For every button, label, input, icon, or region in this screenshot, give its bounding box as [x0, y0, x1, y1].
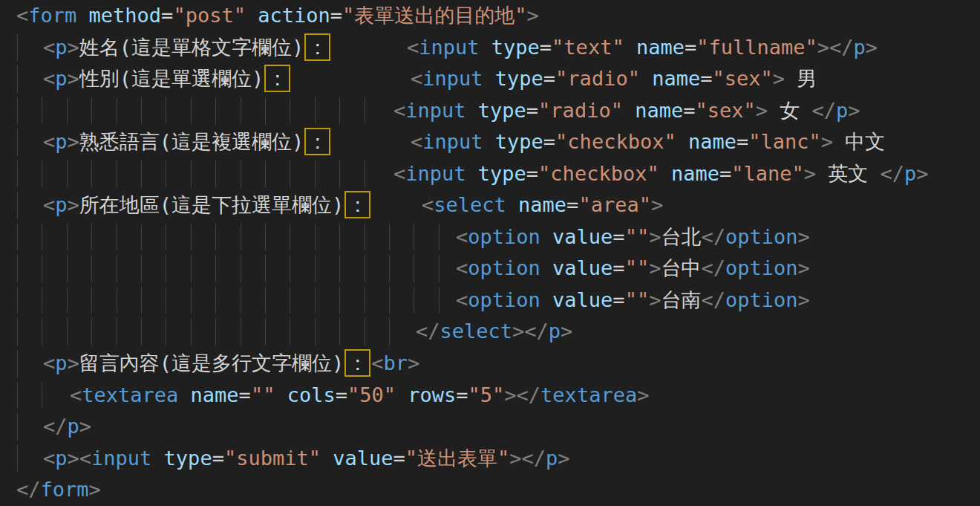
- code-token-punctuation: <: [43, 130, 55, 153]
- code-token-text: 所在地區(這是下拉選單欄位): [79, 193, 344, 216]
- code-token-punctuation: >: [651, 193, 663, 216]
- indent-guide: [166, 160, 166, 188]
- indent-guide: [265, 224, 266, 251]
- indent-guide: [191, 97, 192, 125]
- code-token-string: "表單送出的目的地": [342, 4, 527, 27]
- indent-guide: [315, 255, 316, 282]
- indent-guide: [339, 224, 340, 251]
- code-token-punctuation: </: [701, 225, 725, 248]
- code-line[interactable]: <input type="checkbox" name="lane"> 英文 <…: [0, 158, 980, 190]
- indent-guide: [17, 382, 18, 409]
- indent-guide: [141, 97, 142, 125]
- indent-guide: [141, 255, 142, 282]
- code-token-text: [640, 67, 652, 90]
- indent-guide: [315, 160, 316, 188]
- code-segment: <form method="post" action="表單送出的目的地">: [16, 0, 539, 32]
- code-token-tag: p: [904, 162, 916, 185]
- code-token-punctuation: >: [756, 99, 768, 122]
- code-token-text: [676, 130, 688, 153]
- indent-guide: [315, 287, 316, 314]
- code-line[interactable]: <p>所在地區(這是下拉選單欄位)：<select name="area">: [0, 189, 980, 221]
- indent-guide: [67, 224, 68, 251]
- code-token-attribute: value: [552, 288, 612, 311]
- code-token-punctuation: <: [371, 351, 383, 374]
- code-token-equals: =: [543, 67, 555, 90]
- code-token-string: "checkbox": [538, 162, 659, 185]
- code-token-text: [540, 288, 552, 311]
- code-token-punctuation: </: [524, 320, 549, 343]
- indent-guide: [290, 97, 290, 125]
- code-line[interactable]: <p>姓名(這是單格文字欄位)：<input type="text" name=…: [0, 32, 980, 64]
- code-token-text: 熟悉語言(這是複選欄位): [79, 130, 304, 153]
- code-token-equals: =: [612, 256, 624, 279]
- code-line[interactable]: <p>留言內容(這是多行文字欄位)：<br>: [0, 348, 980, 380]
- code-token-string: "": [625, 256, 650, 279]
- code-line[interactable]: <option value="">台北</option>: [0, 221, 980, 253]
- code-token-equals: =: [239, 383, 251, 406]
- code-token-tag: textarea: [82, 383, 178, 406]
- code-token-attribute: value: [333, 447, 393, 470]
- code-line[interactable]: <p>性別(這是單選欄位)：<input type="radio" name="…: [0, 63, 980, 95]
- code-token-attribute: name: [191, 383, 239, 406]
- indent-guide: [414, 287, 414, 314]
- indent-guide: [439, 287, 440, 314]
- indent-guide: [67, 160, 68, 188]
- code-segment: <select name="area">: [422, 189, 663, 221]
- indent-guide: [389, 318, 390, 346]
- indent-guide: [339, 318, 340, 346]
- code-token-equals: =: [161, 4, 173, 27]
- code-token-punctuation: >: [649, 288, 661, 311]
- code-token-punctuation: >: [408, 351, 419, 374]
- indent-guide: [67, 97, 68, 125]
- code-token-attribute: name: [636, 36, 685, 59]
- code-editor[interactable]: <form method="post" action="表單送出的目的地"><p…: [0, 0, 980, 506]
- indent-guide: [241, 160, 241, 188]
- code-token-equals: =: [683, 99, 695, 122]
- code-token-string: "radio": [555, 67, 640, 90]
- code-token-tag: option: [468, 288, 540, 311]
- code-line[interactable]: </p>: [0, 411, 980, 443]
- code-segment: <option value="">台北</option>: [456, 221, 810, 253]
- code-token-punctuation: >: [512, 320, 524, 343]
- code-line[interactable]: <option value="">台南</option>: [0, 285, 980, 317]
- code-token-punctuation: >: [68, 67, 79, 90]
- code-token-punctuation: <: [43, 447, 55, 470]
- code-token-tag: p: [549, 320, 561, 343]
- code-token-punctuation: </: [522, 447, 546, 470]
- code-segment: <input type="checkbox" name="lane"> 英文 <…: [393, 158, 929, 190]
- code-token-punctuation: <: [411, 67, 422, 90]
- indent-guide: [17, 34, 18, 62]
- code-line[interactable]: <input type="radio" name="sex"> 女 </p>: [0, 95, 980, 127]
- code-token-attribute: value: [552, 256, 612, 279]
- code-segment: <input type="radio" name="sex"> 男: [411, 63, 817, 95]
- code-line[interactable]: <option value="">台中</option>: [0, 253, 980, 285]
- code-token-text: 英文: [816, 162, 881, 185]
- indent-guide: [365, 224, 365, 251]
- code-line[interactable]: <p><input type="submit" value="送出表單"></p…: [0, 443, 980, 475]
- indent-guide: [365, 97, 365, 125]
- indent-guide: [117, 318, 117, 346]
- code-token-tag: option: [468, 225, 540, 248]
- code-token-string: "": [251, 383, 275, 406]
- code-token-string: "post": [173, 4, 246, 27]
- code-token-string: "fullname": [696, 36, 817, 59]
- code-token-tag: p: [55, 351, 67, 374]
- indent-guide: [365, 287, 365, 314]
- code-token-text: 台北: [661, 225, 701, 248]
- indent-guide: [290, 224, 290, 251]
- code-token-equals: =: [526, 162, 538, 185]
- code-segment: </form>: [16, 474, 101, 506]
- code-token-punctuation: >: [649, 225, 661, 248]
- code-segment: </p>: [43, 411, 91, 443]
- code-line[interactable]: <textarea name="" cols="50" rows="5"></t…: [0, 380, 980, 412]
- code-token-punctuation: >: [504, 383, 516, 406]
- code-line[interactable]: </form>: [0, 474, 980, 506]
- indent-guide: [17, 97, 18, 125]
- code-line[interactable]: <form method="post" action="表單送出的目的地">: [0, 0, 980, 32]
- code-token-attribute: name: [671, 162, 719, 185]
- code-token-attribute: type: [478, 162, 526, 185]
- code-line[interactable]: <p>熟悉語言(這是複選欄位)：<input type="checkbox" n…: [0, 126, 980, 158]
- code-line[interactable]: </select></p>: [0, 316, 980, 348]
- code-token-attribute: action: [258, 4, 330, 27]
- code-token-tag: option: [468, 256, 540, 279]
